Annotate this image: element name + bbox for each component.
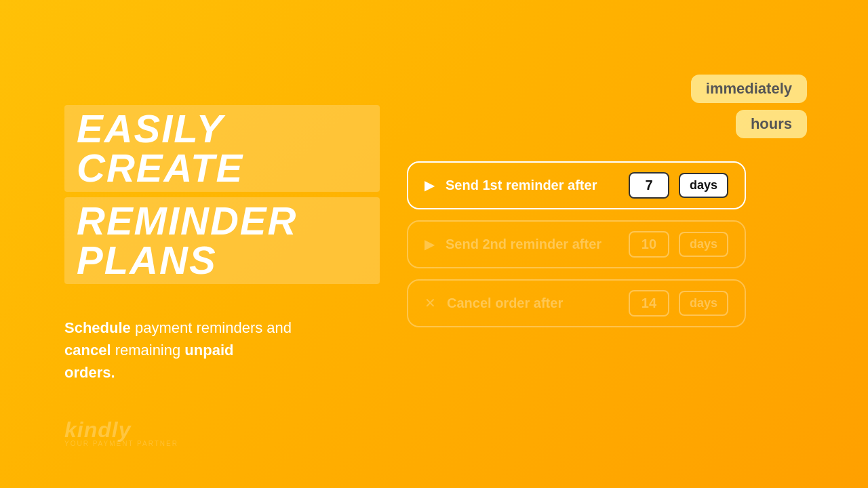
reminder-label-3: Cancel order after [447, 296, 619, 311]
main-container: EASILY CREATE REMINDER PLANS Schedule pa… [0, 0, 868, 488]
reminder-row-2[interactable]: Send 2nd reminder after 10 days [407, 220, 746, 268]
title-line-1: EASILY CREATE [64, 105, 380, 192]
subtitle-text1: payment reminders and [135, 319, 292, 336]
play-icon-1 [425, 177, 436, 193]
reminder-unit-3: days [679, 291, 728, 316]
tag-hours: hours [736, 110, 807, 138]
subtitle-schedule: Schedule [64, 319, 131, 336]
subtitle-cancel: cancel [64, 342, 111, 359]
play-icon-2 [425, 236, 436, 252]
title-text-2: REMINDER PLANS [77, 199, 297, 282]
right-section: Send 1st reminder after days Send 2nd re… [380, 161, 868, 327]
reminder-value-2: 10 [629, 231, 669, 258]
reminder-label-1: Send 1st reminder after [446, 178, 619, 193]
reminder-rows: Send 1st reminder after days Send 2nd re… [407, 161, 746, 327]
title-text-1: EASILY CREATE [77, 106, 243, 190]
subtitle: Schedule payment reminders and cancel re… [64, 317, 336, 384]
reminder-value-3: 14 [629, 290, 669, 317]
reminder-unit-1[interactable]: days [679, 173, 728, 198]
reminder-unit-2: days [679, 232, 728, 257]
left-section: EASILY CREATE REMINDER PLANS Schedule pa… [0, 105, 380, 384]
logo-name: kindly [64, 418, 178, 443]
logo-tagline: YOUR PAYMENT PARTNER [64, 440, 178, 447]
title-block: EASILY CREATE REMINDER PLANS [64, 105, 380, 289]
reminder-value-1[interactable] [629, 172, 669, 199]
floating-tags: immediately hours [691, 75, 807, 138]
tag-immediately: immediately [691, 75, 807, 103]
title-line-2: REMINDER PLANS [64, 197, 380, 284]
reminder-label-2: Send 2nd reminder after [446, 237, 619, 252]
logo: kindly YOUR PAYMENT PARTNER [64, 418, 178, 447]
reminder-row-3[interactable]: Cancel order after 14 days [407, 279, 746, 327]
cancel-icon [425, 295, 437, 311]
subtitle-text2: remaining [115, 342, 185, 359]
reminder-row-1[interactable]: Send 1st reminder after days [407, 161, 746, 209]
